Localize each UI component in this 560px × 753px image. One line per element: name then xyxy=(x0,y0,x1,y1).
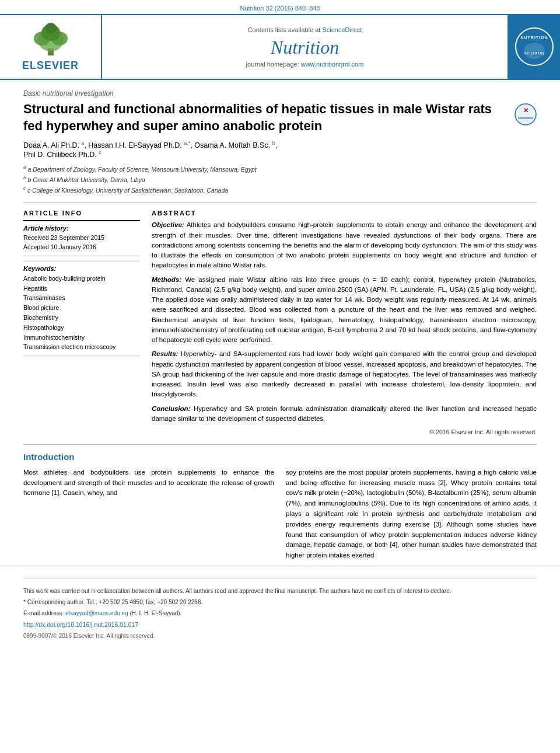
keyword-anabolic: Anabolic body-building protein xyxy=(23,274,140,284)
article-history-title: Article history: xyxy=(23,225,140,232)
homepage-link[interactable]: www.nutritionrjrnl.com xyxy=(301,61,364,68)
abstract-results: Results: Hyperwhey- and SA-supplemented … xyxy=(152,349,537,399)
keywords-title: Keywords: xyxy=(23,265,140,272)
keyword-transaminases: Transaminases xyxy=(23,293,140,303)
accepted-date: Accepted 10 January 2016 xyxy=(23,243,140,252)
intro-para-1: Most athletes and bodybuilders use prote… xyxy=(23,468,274,498)
keyword-transmission: Transmission electron microscopy xyxy=(23,342,140,352)
intro-para-2: soy proteins are the most popular protei… xyxy=(286,468,537,561)
article-title-row: Structural and functional abnormalities … xyxy=(23,101,537,134)
intro-col-right: soy proteins are the most popular protei… xyxy=(286,468,537,566)
abstract-heading: ABSTRACT xyxy=(152,210,537,217)
objective-text: Athletes and bodybuilders consume high-p… xyxy=(152,221,537,269)
footnote-collab: This work was carried out in collaborati… xyxy=(23,587,537,596)
keyword-hepatitis: Hepatitis xyxy=(23,284,140,294)
email-link[interactable]: elsayyad@mans.edu.eg xyxy=(65,610,128,616)
introduction-columns: Most athletes and bodybuilders use prote… xyxy=(23,468,537,566)
article-title: Structural and functional abnormalities … xyxy=(23,101,509,134)
divider-after-affiliations xyxy=(23,202,537,203)
introduction-heading: Introduction xyxy=(23,452,537,462)
conclusion-text: Hyperwhey and SA protein formula adminis… xyxy=(152,405,537,422)
article-content: Basic nutritional investigation Structur… xyxy=(0,80,560,445)
affiliations: a a Department of Zoology, Faculty of Sc… xyxy=(23,164,537,196)
affiliation-c: c c College of Kinesiology, University o… xyxy=(23,185,537,195)
main-section: Introduction Most athletes and bodybuild… xyxy=(0,452,560,566)
article-info-abstract-cols: ARTICLE INFO Article history: Received 2… xyxy=(23,210,537,437)
intro-col-left: Most athletes and bodybuilders use prote… xyxy=(23,468,274,566)
svg-point-8 xyxy=(524,43,545,59)
footnote-area: This work was carried out in collaborati… xyxy=(0,566,560,641)
journal-header-center: Contents lists available at ScienceDirec… xyxy=(102,15,508,79)
keyword-biochemistry: Biochemistry xyxy=(23,313,140,323)
homepage-line: journal homepage: www.nutritionrjrnl.com xyxy=(246,61,364,68)
footnote-divider xyxy=(23,578,537,578)
svg-point-5 xyxy=(45,23,57,33)
divider-after-abstract xyxy=(23,444,537,445)
abstract-conclusion: Conclusion: Hyperwhey and SA protein for… xyxy=(152,404,537,424)
svg-text:NUTRITION: NUTRITION xyxy=(520,36,548,40)
authors: Doaa A. Ali Ph.D. a, Hassan I.H. El-Sayy… xyxy=(23,140,537,159)
nutrition-badge-icon: NUTRITION 32 (2016) xyxy=(514,26,555,67)
article-info-heading: ARTICLE INFO xyxy=(23,210,140,217)
header-band: ELSEVIER Contents lists available at Sci… xyxy=(0,14,560,80)
article-history-box: Article history: Received 23 September 2… xyxy=(23,220,140,256)
keyword-immunohistochemistry: Immunohistochemistry xyxy=(23,333,140,343)
nutrition-badge: NUTRITION 32 (2016) xyxy=(514,26,555,68)
elsevier-name: ELSEVIER xyxy=(22,60,79,72)
doi-link[interactable]: http://dx.doi.org/10.1016/j.nut.2016.01.… xyxy=(23,621,138,628)
results-text: Hyperwhey- and SA-supplemented rats had … xyxy=(152,350,537,398)
keyword-histopathology: Histopathology xyxy=(23,323,140,333)
abstract-section: Objective: Athletes and bodybuilders con… xyxy=(152,220,537,437)
received-date: Received 23 September 2015 xyxy=(23,233,140,243)
keyword-blood: Blood picture xyxy=(23,303,140,313)
footnote-doi: http://dx.doi.org/10.1016/j.nut.2016.01.… xyxy=(23,620,537,630)
abstract-column: ABSTRACT Objective: Athletes and bodybui… xyxy=(152,210,537,437)
footnote-email: E-mail address: elsayyad@mans.edu.eg (H.… xyxy=(23,609,537,618)
affiliation-a: a a Department of Zoology, Faculty of Sc… xyxy=(23,164,537,174)
keywords-box: Keywords: Anabolic body-building protein… xyxy=(23,261,140,356)
svg-text:32 (2016): 32 (2016) xyxy=(524,51,545,55)
publisher-logo-area: ELSEVIER xyxy=(0,15,102,79)
abstract-objective: Objective: Athletes and bodybuilders con… xyxy=(152,220,537,270)
journal-name: Nutrition xyxy=(271,37,339,58)
sciencedirect-link[interactable]: ScienceDirect xyxy=(322,26,362,33)
nutrition-badge-area: NUTRITION 32 (2016) xyxy=(508,15,560,79)
results-label: Results: xyxy=(152,350,178,357)
article-type: Basic nutritional investigation xyxy=(23,89,537,97)
crossmark-icon: ✕ CrossMark xyxy=(514,103,537,126)
issn-line: 0899-9007/© 2016 Elsevier Inc. All right… xyxy=(23,632,537,641)
contents-line: Contents lists available at ScienceDirec… xyxy=(248,26,362,33)
methods-text: We assigned male Wistar albino rats into… xyxy=(152,276,537,344)
elsevier-tree-icon xyxy=(24,22,77,57)
svg-text:✕: ✕ xyxy=(523,107,528,114)
affiliation-b: b b Omar Al Mukhtar University, Derna, L… xyxy=(23,175,537,184)
copyright-line: © 2016 Elsevier Inc. All rights reserved… xyxy=(152,428,537,437)
methods-label: Methods: xyxy=(152,276,181,283)
objective-label: Objective: xyxy=(152,221,184,228)
corresponding-text: * Corresponding author. Tel.; +20 502 25… xyxy=(23,599,202,605)
journal-ref-text: Nutrition 32 (2016) 840–848 xyxy=(240,5,320,12)
abstract-methods: Methods: We assigned male Wistar albino … xyxy=(152,275,537,346)
elsevier-logo: ELSEVIER xyxy=(22,22,79,72)
svg-text:CrossMark: CrossMark xyxy=(518,116,533,120)
page-wrapper: Nutrition 32 (2016) 840–848 ELSEVIER xyxy=(0,0,560,753)
conclusion-label: Conclusion: xyxy=(152,405,190,412)
journal-ref: Nutrition 32 (2016) 840–848 xyxy=(0,0,560,14)
crossmark-area[interactable]: ✕ CrossMark xyxy=(514,103,537,128)
footnote-corresponding: * Corresponding author. Tel.; +20 502 25… xyxy=(23,598,537,607)
article-info-column: ARTICLE INFO Article history: Received 2… xyxy=(23,210,140,437)
